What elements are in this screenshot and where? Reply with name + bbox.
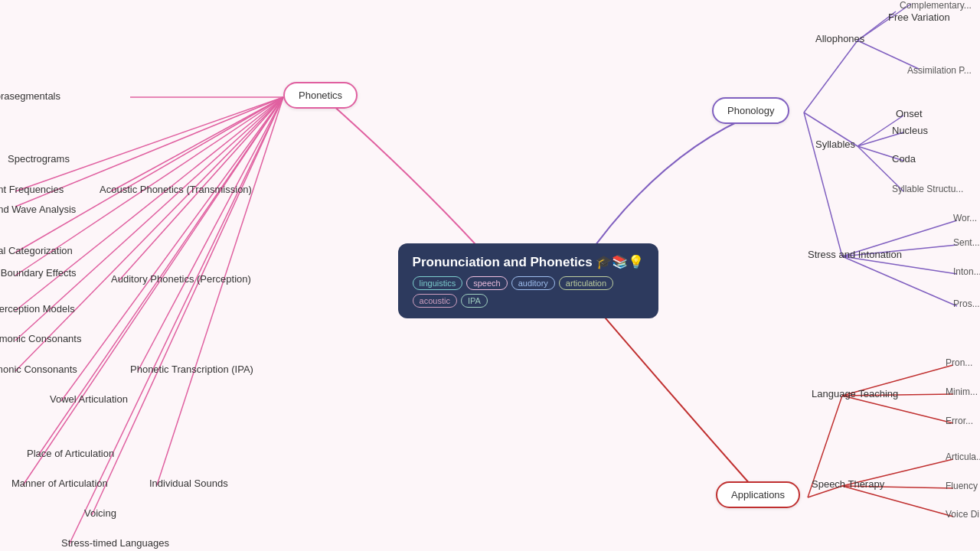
acoustic-label: Acoustic Phonetics (Transmission)	[100, 184, 252, 195]
auditory-phonetics-node[interactable]: Auditory Phonetics (Perception)	[111, 273, 251, 285]
ipa-label: Phonetic Transcription (IPA)	[130, 364, 253, 375]
tag-articulation: articulation	[559, 276, 613, 290]
sentence-node[interactable]: Sent...	[953, 237, 980, 248]
tag-auditory: auditory	[511, 276, 555, 290]
word-node[interactable]: Wor...	[953, 213, 977, 223]
svg-line-9	[15, 97, 283, 371]
individual-sounds-node[interactable]: Individual Sounds	[149, 478, 228, 489]
intonation-label: Inton...	[953, 266, 980, 277]
voice-label: Voice Di...	[946, 509, 980, 520]
tag-acoustic: acoustic	[413, 294, 457, 308]
articulation-label: Articula...	[946, 452, 980, 462]
free-variation-node[interactable]: Free Variation	[888, 11, 950, 23]
assimilation-node[interactable]: Assimilation P...	[907, 65, 972, 76]
manner-articulation-node[interactable]: Manner of Articulation	[11, 478, 108, 489]
allophones-node[interactable]: Allophones	[815, 33, 864, 44]
central-node[interactable]: Pronunciation and Phonetics 🎓📚💡 linguist…	[398, 243, 658, 318]
fluency-node[interactable]: Fluency	[946, 481, 978, 491]
language-teaching-node[interactable]: Language Teaching	[812, 388, 898, 399]
suprasegmentals-node[interactable]: suprasegmentals	[0, 90, 60, 102]
suprasegmentals-label: suprasegmentals	[0, 90, 60, 102]
perceptual-cat-node[interactable]: ual Categorization	[0, 245, 73, 256]
syllable-structure-node[interactable]: Syllable Structu...	[892, 184, 963, 194]
syllables-label: Syllables	[815, 139, 855, 150]
error-analysis-node[interactable]: Error...	[946, 416, 973, 426]
svg-line-38	[842, 486, 953, 517]
spectrograms-label: Spectrograms	[8, 153, 70, 165]
voicing-node[interactable]: Voicing	[84, 507, 116, 519]
wave-label: and Wave Analysis	[0, 204, 76, 215]
word-label: Wor...	[953, 213, 977, 223]
complem-label: Complementary...	[900, 0, 972, 11]
stress-intonation-node[interactable]: Stress and Intonation	[808, 249, 902, 260]
acoustic-phonetics-node[interactable]: Acoustic Phonetics (Transmission)	[100, 184, 252, 195]
phonetic-transcription-node[interactable]: Phonetic Transcription (IPA)	[130, 364, 253, 375]
spectrograms-node[interactable]: Spectrograms	[8, 153, 70, 165]
pulmonic-cons1-node[interactable]: Pulmonic Consonants	[0, 333, 81, 344]
pulm1-label: Pulmonic Consonants	[0, 333, 81, 344]
tag-linguistics: linguistics	[413, 276, 463, 290]
svg-line-10	[138, 97, 283, 371]
prosody-label: Pros...	[953, 298, 980, 309]
svg-line-15	[92, 97, 283, 515]
coda-label: Coda	[892, 153, 916, 165]
error-label: Error...	[946, 416, 973, 426]
stress-label: Stress-timed Languages	[61, 537, 169, 549]
pronunciation-node[interactable]: Pron...	[946, 357, 972, 368]
stress-timed-node[interactable]: Stress-timed Languages	[61, 537, 169, 549]
boundary-label: e Boundary Effects	[0, 267, 77, 279]
nucleus-node[interactable]: Nucleus	[892, 125, 928, 136]
svg-line-34	[842, 396, 953, 423]
pronunc-label: Pron...	[946, 357, 972, 368]
complementary-node[interactable]: Complementary...	[900, 0, 972, 11]
allophones-label: Allophones	[815, 33, 864, 44]
coda-node[interactable]: Coda	[892, 153, 916, 165]
nucleus-label: Nucleus	[892, 125, 928, 136]
fluency-label: Fluency	[946, 481, 978, 491]
syllables-node[interactable]: Syllables	[815, 139, 855, 150]
vowel-label: Vowel Articulation	[50, 393, 128, 405]
percmod-label: Perception Models	[0, 303, 75, 315]
assimil-label: Assimilation P...	[907, 65, 972, 76]
central-title: Pronunciation and Phonetics 🎓📚💡	[413, 254, 645, 270]
phonetics-node[interactable]: Phonetics	[283, 82, 358, 109]
articulation-disorders-node[interactable]: Articula...	[946, 452, 980, 462]
boundary-effects-node[interactable]: e Boundary Effects	[0, 267, 77, 279]
svg-line-17	[804, 41, 858, 112]
wave-analysis-node[interactable]: and Wave Analysis	[0, 204, 76, 215]
stressinton-label: Stress and Intonation	[808, 249, 902, 260]
tag-speech: speech	[466, 276, 507, 290]
intonation-node[interactable]: Inton...	[953, 266, 980, 277]
pulmonic-cons2-node[interactable]: -Pulmonic Consonants	[0, 364, 77, 375]
svg-line-14	[157, 97, 283, 485]
minimal-label: Minim...	[946, 386, 978, 397]
svg-line-2	[15, 97, 283, 191]
sentence-label: Sent...	[953, 237, 980, 248]
vowel-articulation-node[interactable]: Vowel Articulation	[50, 393, 128, 405]
phonology-label: Phonology	[727, 105, 774, 116]
applications-node[interactable]: Applications	[716, 481, 800, 508]
speech-therapy-node[interactable]: Speech Therapy	[812, 478, 884, 490]
pulm2-label: -Pulmonic Consonants	[0, 364, 77, 375]
central-tags: linguistics speech auditory articulation…	[413, 276, 645, 308]
place-articulation-node[interactable]: Place of Articulation	[27, 448, 114, 459]
freevar-label: Free Variation	[888, 11, 950, 23]
formant-label: ant Frequencies	[0, 184, 64, 195]
phonology-node[interactable]: Phonology	[712, 97, 789, 124]
perception-models-node[interactable]: Perception Models	[0, 303, 75, 315]
minimal-pairs-node[interactable]: Minim...	[946, 386, 978, 397]
svg-line-5	[15, 97, 283, 253]
perccat-label: ual Categorization	[0, 245, 73, 256]
prosody-node[interactable]: Pros...	[953, 298, 980, 309]
voice-disorders-node[interactable]: Voice Di...	[946, 509, 980, 520]
tag-ipa: IPA	[461, 294, 488, 308]
place-label: Place of Articulation	[27, 448, 114, 459]
onset-node[interactable]: Onset	[896, 108, 923, 119]
formant-freq-node[interactable]: ant Frequencies	[0, 184, 64, 195]
syllstruct-label: Syllable Structu...	[892, 184, 963, 194]
phonetics-label: Phonetics	[299, 90, 342, 101]
indsounds-label: Individual Sounds	[149, 478, 228, 489]
svg-line-11	[61, 97, 283, 401]
applications-label: Applications	[731, 489, 785, 500]
manner-label: Manner of Articulation	[11, 478, 108, 489]
